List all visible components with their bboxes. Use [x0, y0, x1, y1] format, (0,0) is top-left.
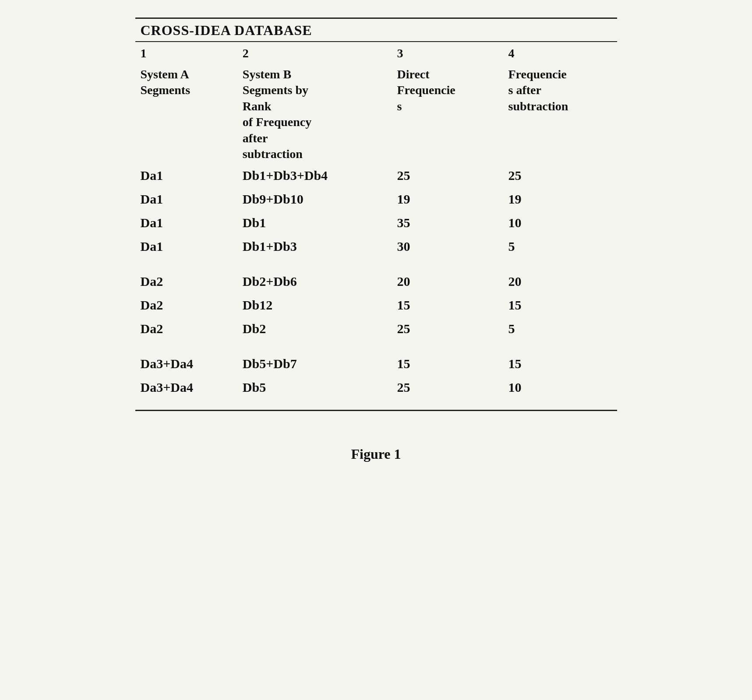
cell-da2-15-direct: 15	[392, 293, 503, 317]
column-header-row: System ASegments System BSegments byRank…	[135, 62, 617, 164]
col-header-4: Frequencies aftersubtraction	[503, 62, 617, 164]
col-header-3: DirectFrequencies	[392, 62, 503, 164]
cell-da1-30-direct: 30	[392, 235, 503, 258]
cell-da1-5-sub: 5	[503, 235, 617, 258]
page-container: CROSS-IDEA DATABASE 1 2 3 4 System ASegm…	[135, 18, 617, 462]
cell-da2-25-direct: 25	[392, 317, 503, 341]
cell-da1-db9db10: Db9+Db10	[237, 187, 392, 211]
table-title: CROSS-IDEA DATABASE	[141, 22, 312, 38]
table-row: Da1 Db9+Db10 19 19	[135, 187, 617, 211]
col-number-3: 3	[392, 42, 503, 62]
cell-da1-25-sub: 25	[503, 164, 617, 187]
cell-da2-1: Da2	[135, 270, 237, 293]
cell-da3da4-db5: Db5	[237, 376, 392, 399]
table-row: Da3+Da4 Db5+Db7 15 15	[135, 352, 617, 376]
cell-da2-2: Da2	[135, 293, 237, 317]
cell-da2-20-sub: 20	[503, 270, 617, 293]
cell-da1-db1db3db4: Db1+Db3+Db4	[237, 164, 392, 187]
table-row: Da2 Db2 25 5	[135, 317, 617, 341]
col-number-4: 4	[503, 42, 617, 62]
cell-da1-db1db3: Db1+Db3	[237, 235, 392, 258]
cell-da1-4: Da1	[135, 235, 237, 258]
cell-da3da4-10-sub: 10	[503, 376, 617, 399]
col-number-2: 2	[237, 42, 392, 62]
cell-da1-db1: Db1	[237, 211, 392, 235]
cell-da3da4-1: Da3+Da4	[135, 352, 237, 376]
cell-da1-3: Da1	[135, 211, 237, 235]
cell-da1-1: Da1	[135, 164, 237, 187]
cell-da3da4-15-direct: 15	[392, 352, 503, 376]
col-header-2: System BSegments byRankof Frequencyafter…	[237, 62, 392, 164]
table-row: Da1 Db1+Db3 30 5	[135, 235, 617, 258]
table-wrapper: CROSS-IDEA DATABASE 1 2 3 4 System ASegm…	[135, 18, 617, 411]
spacer-row	[135, 258, 617, 270]
figure-caption: Figure 1	[351, 446, 401, 462]
cell-da2-db2: Db2	[237, 317, 392, 341]
cell-da3da4-15-sub: 15	[503, 352, 617, 376]
cell-da2-20-direct: 20	[392, 270, 503, 293]
table-title-row: CROSS-IDEA DATABASE	[135, 19, 617, 42]
table-row: Da1 Db1 35 10	[135, 211, 617, 235]
table-row: Da1 Db1+Db3+Db4 25 25	[135, 164, 617, 187]
cell-da2-15-sub: 15	[503, 293, 617, 317]
cell-da1-19-direct: 19	[392, 187, 503, 211]
main-table: 1 2 3 4 System ASegments System BSegment…	[135, 42, 617, 410]
cell-da1-35-direct: 35	[392, 211, 503, 235]
bottom-padding-row	[135, 399, 617, 410]
cell-da2-db12: Db12	[237, 293, 392, 317]
col-header-1: System ASegments	[135, 62, 237, 164]
cell-da1-10-sub: 10	[503, 211, 617, 235]
cell-da3da4-2: Da3+Da4	[135, 376, 237, 399]
cell-da1-2: Da1	[135, 187, 237, 211]
col-number-1: 1	[135, 42, 237, 62]
cell-da2-db2db6: Db2+Db6	[237, 270, 392, 293]
cell-da3da4-db5db7: Db5+Db7	[237, 352, 392, 376]
cell-da2-5-sub: 5	[503, 317, 617, 341]
cell-da3da4-25-direct: 25	[392, 376, 503, 399]
column-number-row: 1 2 3 4	[135, 42, 617, 62]
table-row: Da2 Db2+Db6 20 20	[135, 270, 617, 293]
table-row: Da3+Da4 Db5 25 10	[135, 376, 617, 399]
cell-da1-25-direct: 25	[392, 164, 503, 187]
table-row: Da2 Db12 15 15	[135, 293, 617, 317]
cell-da1-19-sub: 19	[503, 187, 617, 211]
cell-da2-3: Da2	[135, 317, 237, 341]
spacer-row-2	[135, 341, 617, 352]
